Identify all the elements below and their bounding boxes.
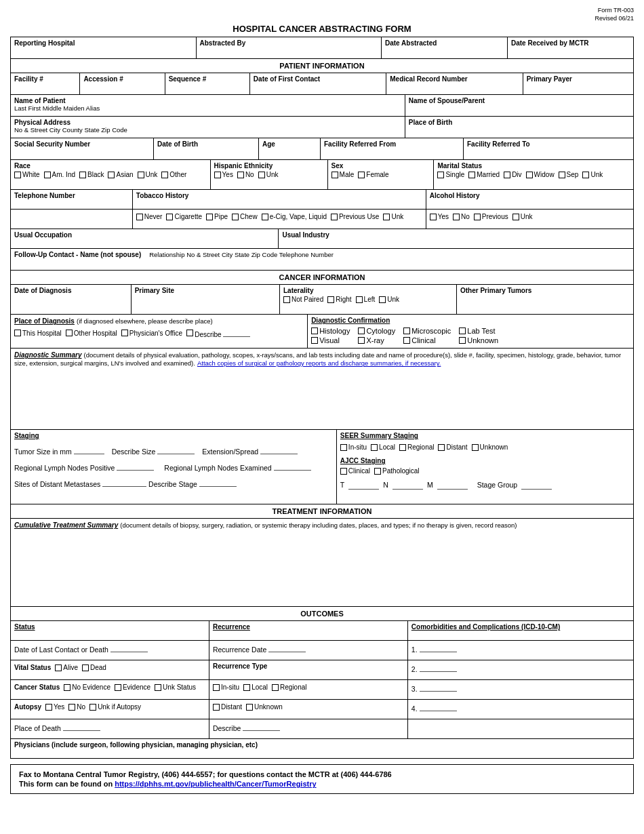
facility-to-label: Facility Referred To [467, 140, 630, 148]
comorbidity-1-input[interactable] [420, 643, 457, 652]
marital-single[interactable]: Single [437, 171, 464, 178]
status-label: Status [14, 623, 205, 631]
race-cell: Race White Am. Ind Black Asian Unk Other [11, 160, 211, 189]
diag-clinical[interactable]: Clinical [403, 336, 451, 344]
facility-to-cell: Facility Referred To [464, 138, 633, 159]
other-tumors-cell: Other Primary Tumors [457, 285, 633, 314]
race-unk[interactable]: Unk [138, 171, 158, 178]
lat-left[interactable]: Left [356, 296, 376, 303]
autopsy-no[interactable]: No [68, 703, 85, 711]
place-death-input[interactable] [63, 721, 100, 731]
tobacco-chew[interactable]: Chew [232, 213, 258, 220]
regional-lymph-exam-input[interactable] [274, 461, 311, 471]
m-input[interactable] [437, 480, 468, 490]
sex-male[interactable]: Male [331, 171, 355, 178]
stage-group-input[interactable] [521, 480, 552, 490]
describe-input[interactable] [243, 721, 280, 731]
seer-unknown[interactable]: Unknown [472, 443, 508, 451]
m-label: M [427, 481, 433, 489]
cancer-no-evidence[interactable]: No Evidence [64, 683, 110, 691]
ajcc-pathological[interactable]: Pathological [374, 467, 419, 475]
tobacco-previous[interactable]: Previous Use [331, 213, 379, 220]
race-white[interactable]: White [14, 171, 40, 178]
first-contact-label: Date of First Contact [254, 75, 382, 83]
followup-label: Follow-Up Contact - Name (not spouse) [14, 251, 141, 258]
vital-alive[interactable]: Alive [55, 664, 78, 671]
footer-website: This form can be found on https://dphhs.… [19, 780, 625, 788]
rec-local[interactable]: Local [243, 683, 268, 691]
race-black[interactable]: Black [79, 171, 104, 178]
alcohol-yes[interactable]: Yes [430, 213, 449, 220]
tobacco-cigarette[interactable]: Cigarette [166, 213, 202, 220]
lat-right[interactable]: Right [327, 296, 351, 303]
marital-options: Single Married Div Widow Sep Unk [437, 171, 630, 178]
place-physician[interactable]: Physician's Office [121, 330, 182, 337]
marital-married[interactable]: Married [468, 171, 500, 178]
cancer-evidence[interactable]: Evidence [115, 683, 150, 691]
alcohol-cell: Alcohol History [426, 190, 633, 209]
place-other-hospital[interactable]: Other Hospital [66, 330, 117, 337]
race-other[interactable]: Other [161, 171, 186, 178]
tobacco-ecig[interactable]: e-Cig, Vape, Liquid [262, 213, 327, 220]
rec-in-situ[interactable]: In-situ [213, 683, 239, 691]
distant-mets-input[interactable] [102, 477, 146, 487]
n-input[interactable] [393, 480, 423, 490]
rec-regional[interactable]: Regional [272, 683, 306, 691]
footer-link[interactable]: https://dphhs.mt.gov/publichealth/Cancer… [115, 780, 316, 788]
alcohol-no[interactable]: No [453, 213, 470, 220]
lat-not-paired[interactable]: Not Paired [283, 296, 323, 303]
describe-size-input[interactable] [157, 445, 195, 454]
diag-visual[interactable]: Visual [311, 336, 350, 344]
seer-local[interactable]: Local [371, 443, 395, 451]
race-am-ind[interactable]: Am. Ind [44, 171, 75, 178]
marital-div[interactable]: Div [504, 171, 521, 178]
comorbidity-4-input[interactable] [420, 702, 457, 711]
recurrence-date-input[interactable] [268, 643, 306, 652]
diag-histology[interactable]: Histology [311, 327, 350, 335]
place-this-hospital[interactable]: This Hospital [14, 330, 62, 337]
diag-xray[interactable]: X-ray [358, 336, 395, 344]
alcohol-unk[interactable]: Unk [512, 213, 533, 220]
alcohol-previous[interactable]: Previous [474, 213, 508, 220]
form-number: Form TR-003 Revised 06/21 [10, 7, 634, 22]
tobacco-unk[interactable]: Unk [383, 213, 403, 220]
marital-sep[interactable]: Sep [559, 171, 579, 178]
diag-cytology[interactable]: Cytology [358, 327, 395, 335]
tumor-size-input[interactable] [74, 445, 104, 454]
comorbidity-3-input[interactable] [420, 682, 457, 692]
tobacco-pipe[interactable]: Pipe [206, 213, 228, 220]
autopsy-yes[interactable]: Yes [45, 703, 64, 711]
last-contact-input[interactable] [110, 643, 148, 652]
diag-microscopic[interactable]: Microscopic [403, 327, 451, 335]
rec-distant[interactable]: Distant [213, 703, 242, 711]
hispanic-no[interactable]: No [237, 171, 254, 178]
lat-unk[interactable]: Unk [379, 296, 399, 303]
form-title: HOSPITAL CANCER ABSTRACTING FORM [10, 24, 634, 34]
extension-input[interactable] [260, 445, 298, 454]
hispanic-unk[interactable]: Unk [258, 171, 279, 178]
diag-lab-test[interactable]: Lab Test [459, 327, 498, 335]
race-asian[interactable]: Asian [108, 171, 133, 178]
marital-widow[interactable]: Widow [526, 171, 555, 178]
ajcc-clinical[interactable]: Clinical [340, 467, 370, 475]
vital-dead[interactable]: Dead [82, 664, 106, 671]
describe-cell: Describe [209, 719, 408, 738]
t-input[interactable] [348, 480, 379, 490]
autopsy-unk[interactable]: Unk if Autopsy [89, 703, 141, 711]
diag-unknown[interactable]: Unknown [459, 336, 498, 344]
describe-stage-input[interactable] [199, 477, 237, 487]
hispanic-yes[interactable]: Yes [214, 171, 233, 178]
seer-label: SEER Summary Staging [340, 432, 630, 439]
place-describe[interactable]: Describe [186, 327, 250, 338]
cancer-unk-status[interactable]: Unk Status [155, 683, 196, 691]
sex-female[interactable]: Female [358, 171, 388, 178]
marital-unk[interactable]: Unk [582, 171, 603, 178]
seer-regional[interactable]: Regional [399, 443, 434, 451]
sex-cell: Sex Male Female [328, 160, 435, 189]
rec-unknown[interactable]: Unknown [246, 703, 283, 711]
seer-distant[interactable]: Distant [438, 443, 467, 451]
tobacco-never[interactable]: Never [136, 213, 163, 220]
regional-lymph-pos-input[interactable] [117, 461, 154, 471]
comorbidity-2-input[interactable] [420, 662, 457, 672]
seer-in-situ[interactable]: In-situ [340, 443, 367, 451]
